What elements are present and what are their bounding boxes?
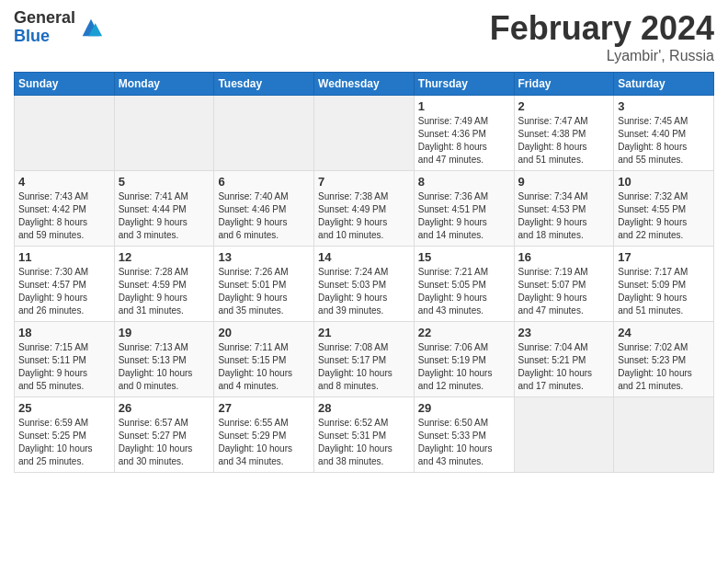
day-info: Sunrise: 7:08 AM Sunset: 5:17 PM Dayligh… [318, 341, 410, 393]
calendar-cell: 19Sunrise: 7:13 AM Sunset: 5:13 PM Dayli… [114, 322, 214, 397]
day-info: Sunrise: 7:02 AM Sunset: 5:23 PM Dayligh… [618, 341, 710, 393]
day-info: Sunrise: 7:34 AM Sunset: 4:53 PM Dayligh… [518, 190, 610, 242]
day-number: 2 [518, 99, 610, 113]
logo-icon [78, 15, 104, 40]
day-info: Sunrise: 7:38 AM Sunset: 4:49 PM Dayligh… [318, 190, 410, 242]
day-info: Sunrise: 7:45 AM Sunset: 4:40 PM Dayligh… [618, 115, 710, 167]
calendar-cell: 21Sunrise: 7:08 AM Sunset: 5:17 PM Dayli… [314, 322, 415, 397]
day-info: Sunrise: 6:57 AM Sunset: 5:27 PM Dayligh… [119, 417, 210, 468]
day-number: 24 [618, 326, 710, 339]
calendar-cell: 6Sunrise: 7:40 AM Sunset: 4:46 PM Daylig… [214, 171, 314, 247]
day-number: 27 [218, 401, 310, 415]
header-sunday: Sunday [15, 73, 115, 96]
calendar-cell: 12Sunrise: 7:28 AM Sunset: 4:59 PM Dayli… [114, 247, 214, 322]
day-number: 17 [618, 250, 710, 264]
day-info: Sunrise: 7:40 AM Sunset: 4:46 PM Dayligh… [218, 190, 310, 242]
calendar-cell: 3Sunrise: 7:45 AM Sunset: 4:40 PM Daylig… [614, 96, 714, 171]
day-info: Sunrise: 7:04 AM Sunset: 5:21 PM Dayligh… [518, 341, 610, 393]
calendar-cell: 29Sunrise: 6:50 AM Sunset: 5:33 PM Dayli… [414, 397, 514, 473]
calendar-cell: 13Sunrise: 7:26 AM Sunset: 5:01 PM Dayli… [214, 247, 314, 322]
calendar-cell: 11Sunrise: 7:30 AM Sunset: 4:57 PM Dayli… [15, 247, 115, 322]
day-number: 14 [318, 250, 410, 264]
day-info: Sunrise: 7:47 AM Sunset: 4:38 PM Dayligh… [518, 115, 610, 167]
day-info: Sunrise: 7:19 AM Sunset: 5:07 PM Dayligh… [518, 266, 610, 317]
day-number: 13 [218, 250, 310, 264]
calendar-cell: 2Sunrise: 7:47 AM Sunset: 4:38 PM Daylig… [514, 96, 614, 171]
calendar-week-0: 1Sunrise: 7:49 AM Sunset: 4:36 PM Daylig… [15, 96, 714, 171]
day-info: Sunrise: 7:26 AM Sunset: 5:01 PM Dayligh… [218, 266, 310, 317]
day-info: Sunrise: 6:59 AM Sunset: 5:25 PM Dayligh… [18, 417, 110, 468]
day-info: Sunrise: 7:28 AM Sunset: 4:59 PM Dayligh… [119, 266, 210, 317]
calendar-cell: 26Sunrise: 6:57 AM Sunset: 5:27 PM Dayli… [114, 397, 214, 473]
day-number: 28 [318, 401, 410, 415]
logo-blue: Blue [14, 28, 75, 46]
day-number: 10 [618, 175, 710, 189]
calendar-cell: 17Sunrise: 7:17 AM Sunset: 5:09 PM Dayli… [614, 247, 714, 322]
day-info: Sunrise: 6:55 AM Sunset: 5:29 PM Dayligh… [218, 417, 310, 468]
day-number: 29 [418, 401, 510, 415]
header-thursday: Thursday [414, 73, 514, 96]
day-info: Sunrise: 7:30 AM Sunset: 4:57 PM Dayligh… [18, 266, 110, 317]
day-info: Sunrise: 7:24 AM Sunset: 5:03 PM Dayligh… [318, 266, 410, 317]
day-number: 15 [418, 250, 510, 264]
calendar-cell: 25Sunrise: 6:59 AM Sunset: 5:25 PM Dayli… [15, 397, 115, 473]
calendar-cell: 5Sunrise: 7:41 AM Sunset: 4:44 PM Daylig… [114, 171, 214, 247]
day-info: Sunrise: 7:11 AM Sunset: 5:15 PM Dayligh… [218, 341, 310, 393]
calendar-cell: 15Sunrise: 7:21 AM Sunset: 5:05 PM Dayli… [414, 247, 514, 322]
header-monday: Monday [114, 73, 214, 96]
calendar-cell: 27Sunrise: 6:55 AM Sunset: 5:29 PM Dayli… [214, 397, 314, 473]
calendar-cell: 4Sunrise: 7:43 AM Sunset: 4:42 PM Daylig… [15, 171, 115, 247]
calendar-cell: 14Sunrise: 7:24 AM Sunset: 5:03 PM Dayli… [314, 247, 415, 322]
day-number: 16 [518, 250, 610, 264]
day-info: Sunrise: 7:43 AM Sunset: 4:42 PM Dayligh… [18, 190, 110, 242]
calendar-week-2: 11Sunrise: 7:30 AM Sunset: 4:57 PM Dayli… [15, 247, 714, 322]
day-info: Sunrise: 7:06 AM Sunset: 5:19 PM Dayligh… [418, 341, 510, 393]
calendar-cell: 16Sunrise: 7:19 AM Sunset: 5:07 PM Dayli… [514, 247, 614, 322]
calendar-week-3: 18Sunrise: 7:15 AM Sunset: 5:11 PM Dayli… [15, 322, 714, 397]
day-number: 5 [119, 175, 210, 189]
title-area: February 2024 Lyambir', Russia [490, 9, 714, 64]
header-friday: Friday [514, 73, 614, 96]
calendar-cell [15, 96, 115, 171]
day-info: Sunrise: 7:21 AM Sunset: 5:05 PM Dayligh… [418, 266, 510, 317]
calendar-cell: 7Sunrise: 7:38 AM Sunset: 4:49 PM Daylig… [314, 171, 415, 247]
day-number: 21 [318, 326, 410, 339]
page-header: General Blue February 2024 Lyambir', Rus… [14, 9, 714, 64]
day-info: Sunrise: 7:49 AM Sunset: 4:36 PM Dayligh… [418, 115, 510, 167]
calendar-cell: 18Sunrise: 7:15 AM Sunset: 5:11 PM Dayli… [15, 322, 115, 397]
calendar-cell: 23Sunrise: 7:04 AM Sunset: 5:21 PM Dayli… [514, 322, 614, 397]
title-month: February 2024 [490, 9, 714, 48]
day-info: Sunrise: 7:17 AM Sunset: 5:09 PM Dayligh… [618, 266, 710, 317]
calendar-table: SundayMondayTuesdayWednesdayThursdayFrid… [14, 72, 714, 473]
calendar-cell: 10Sunrise: 7:32 AM Sunset: 4:55 PM Dayli… [614, 171, 714, 247]
day-info: Sunrise: 7:15 AM Sunset: 5:11 PM Dayligh… [18, 341, 110, 393]
day-info: Sunrise: 7:13 AM Sunset: 5:13 PM Dayligh… [119, 341, 210, 393]
day-info: Sunrise: 7:32 AM Sunset: 4:55 PM Dayligh… [618, 190, 710, 242]
day-info: Sunrise: 6:52 AM Sunset: 5:31 PM Dayligh… [318, 417, 410, 468]
calendar-cell [614, 397, 714, 473]
day-number: 1 [418, 99, 510, 113]
calendar-cell [314, 96, 415, 171]
logo-general: General [14, 9, 75, 28]
day-number: 9 [518, 175, 610, 189]
logo: General Blue [14, 9, 104, 46]
day-info: Sunrise: 7:41 AM Sunset: 4:44 PM Dayligh… [119, 190, 210, 242]
calendar-cell: 9Sunrise: 7:34 AM Sunset: 4:53 PM Daylig… [514, 171, 614, 247]
day-info: Sunrise: 7:36 AM Sunset: 4:51 PM Dayligh… [418, 190, 510, 242]
day-number: 3 [618, 99, 710, 113]
day-number: 11 [18, 250, 110, 264]
day-number: 19 [119, 326, 210, 339]
day-number: 8 [418, 175, 510, 189]
calendar-week-1: 4Sunrise: 7:43 AM Sunset: 4:42 PM Daylig… [15, 171, 714, 247]
calendar-cell: 1Sunrise: 7:49 AM Sunset: 4:36 PM Daylig… [414, 96, 514, 171]
calendar-header-row: SundayMondayTuesdayWednesdayThursdayFrid… [15, 73, 714, 96]
day-number: 20 [218, 326, 310, 339]
calendar-cell: 24Sunrise: 7:02 AM Sunset: 5:23 PM Dayli… [614, 322, 714, 397]
calendar-cell [214, 96, 314, 171]
day-number: 25 [18, 401, 110, 415]
header-wednesday: Wednesday [314, 73, 415, 96]
day-number: 6 [218, 175, 310, 189]
day-number: 22 [418, 326, 510, 339]
calendar-week-4: 25Sunrise: 6:59 AM Sunset: 5:25 PM Dayli… [15, 397, 714, 473]
day-number: 18 [18, 326, 110, 339]
